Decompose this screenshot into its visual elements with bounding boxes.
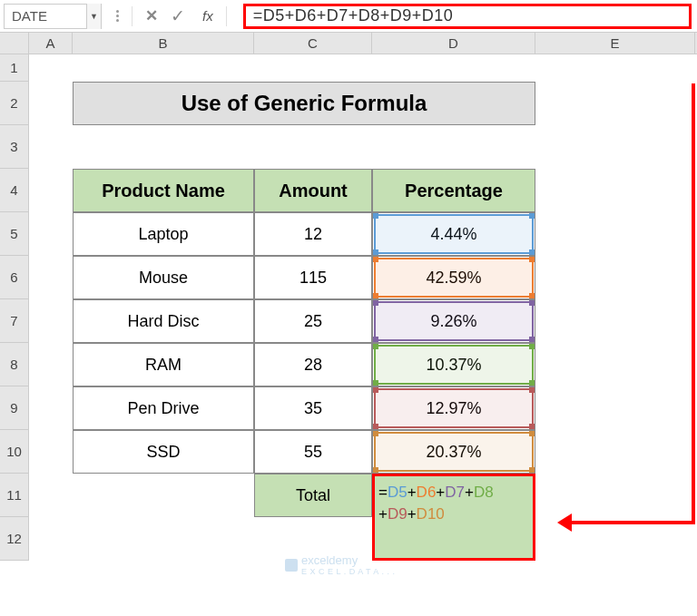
col-header-d[interactable]: D <box>372 33 535 54</box>
row-header[interactable]: 8 <box>0 343 29 386</box>
cell-amount[interactable]: 55 <box>254 430 372 474</box>
row-header[interactable]: 5 <box>0 212 29 256</box>
row-header[interactable]: 11 <box>0 474 29 517</box>
formula-bar-text: =D5+D6+D7+D8+D9+D10 <box>253 6 454 25</box>
title-text: Use of Generic Formula <box>182 91 427 116</box>
row-header[interactable]: 9 <box>0 386 29 430</box>
total-label-cell[interactable]: Total <box>254 474 372 517</box>
cell-percentage[interactable]: 9.26% <box>372 299 535 343</box>
watermark: exceldemy E X C E L . D A T A . . . <box>285 553 395 576</box>
row-header[interactable]: 12 <box>0 517 29 561</box>
cell-percentage[interactable]: 4.44% <box>372 212 535 256</box>
header-product-name[interactable]: Product Name <box>73 169 254 212</box>
row-header[interactable]: 6 <box>0 256 29 299</box>
cell-product[interactable]: Laptop <box>73 212 254 256</box>
callout-arrow <box>692 83 695 524</box>
col-header-c[interactable]: C <box>254 33 372 54</box>
row-header[interactable]: 2 <box>0 82 29 125</box>
column-headers: A B C D E <box>0 33 697 54</box>
divider <box>226 6 227 26</box>
row-header[interactable]: 4 <box>0 169 29 212</box>
kebab-icon[interactable] <box>116 10 119 22</box>
cell-percentage[interactable]: 20.37% <box>372 430 535 474</box>
name-box[interactable]: DATE ▼ <box>4 4 102 29</box>
col-header-e[interactable]: E <box>535 33 695 54</box>
cell-amount[interactable]: 28 <box>254 343 372 386</box>
row-header[interactable]: 10 <box>0 430 29 474</box>
fx-icon[interactable]: fx <box>202 8 213 24</box>
cell-product[interactable]: Hard Disc <box>73 299 254 343</box>
cell-percentage[interactable]: 42.59% <box>372 256 535 299</box>
row-header[interactable]: 3 <box>0 125 29 169</box>
active-formula-cell[interactable]: =D5+D6+D7+D8+D9+D10 <box>372 474 535 561</box>
row-header[interactable]: 7 <box>0 299 29 343</box>
row-header[interactable]: 1 <box>0 54 29 82</box>
cell-product[interactable]: Mouse <box>73 256 254 299</box>
cell-product[interactable]: RAM <box>73 343 254 386</box>
watermark-icon <box>285 559 298 572</box>
cell-amount[interactable]: 25 <box>254 299 372 343</box>
cell-product[interactable]: Pen Drive <box>73 386 254 430</box>
name-box-value: DATE <box>12 8 47 24</box>
title-cell[interactable]: Use of Generic Formula <box>73 82 535 125</box>
header-amount[interactable]: Amount <box>254 169 372 212</box>
header-percentage[interactable]: Percentage <box>372 169 535 212</box>
callout-arrow <box>570 521 695 524</box>
col-header-b[interactable]: B <box>73 33 254 54</box>
name-box-dropdown[interactable]: ▼ <box>86 4 101 29</box>
cell-amount[interactable]: 12 <box>254 212 372 256</box>
arrow-head-icon <box>557 513 572 532</box>
col-header-a[interactable]: A <box>29 33 73 54</box>
enter-icon[interactable]: ✓ <box>171 5 185 26</box>
row-headers: 1 2 3 4 5 6 7 8 9 10 11 12 <box>0 54 29 561</box>
select-all-corner[interactable] <box>0 33 29 54</box>
formula-text: =D5+D6+D7+D8+D9+D10 <box>378 482 494 525</box>
formula-bar-input[interactable]: =D5+D6+D7+D8+D9+D10 <box>243 4 692 29</box>
cancel-icon[interactable]: ✕ <box>145 6 158 25</box>
divider <box>132 6 133 26</box>
cell-amount[interactable]: 115 <box>254 256 372 299</box>
cell-amount[interactable]: 35 <box>254 386 372 430</box>
cell-percentage[interactable]: 12.97% <box>372 386 535 430</box>
cell-product[interactable]: SSD <box>73 430 254 474</box>
cell-percentage[interactable]: 10.37% <box>372 343 535 386</box>
